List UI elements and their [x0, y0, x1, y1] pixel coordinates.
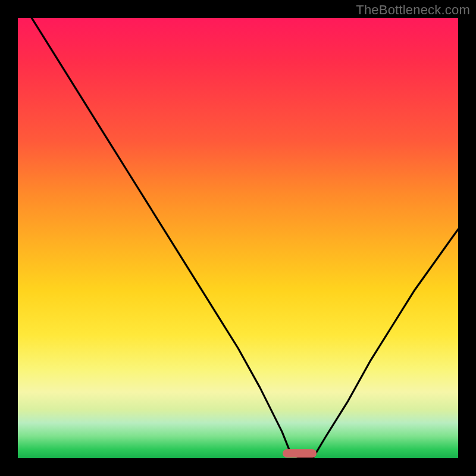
plot-area [18, 18, 458, 458]
chart-frame: TheBottleneck.com [0, 0, 476, 476]
min-marker [283, 449, 317, 458]
bottleneck-curve [18, 0, 458, 458]
watermark-text: TheBottleneck.com [356, 2, 470, 18]
chart-svg [18, 18, 458, 458]
